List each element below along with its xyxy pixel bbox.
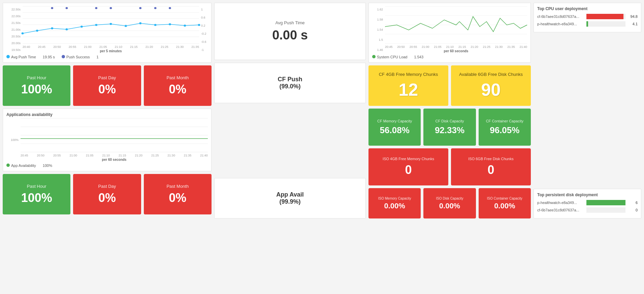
y-right-5: -0.6 [201, 40, 208, 43]
iso-capacity-tiles: ISO Memory Capacity 0.00% ISO Disk Capac… [368, 188, 531, 218]
tile-cf-push-past-hour: Past Hour 100% [3, 65, 70, 106]
x-label: 21:20 [146, 45, 153, 49]
tile-iso-6gb-disk-value: 0 [487, 163, 494, 177]
tile-iso-memory-capacity: ISO Memory Capacity 0.00% [368, 188, 421, 218]
svg-point-8 [36, 30, 38, 32]
top-disk-deployment-title: Top persistent disk deployment [537, 193, 638, 197]
legend-avg-push-value: 19.95 s [43, 55, 55, 59]
avg-push-time-label: Avg Push Time [275, 20, 304, 25]
legend-push-success-label: Push Success [66, 55, 90, 59]
cpu-svg [385, 6, 527, 43]
bar-track-disk-healthwatch [586, 200, 625, 205]
app-avail-tiles-row: Past Hour 100% Past Day 0% Past Month 0% [3, 174, 212, 214]
tile-app-avail-past-day: Past Day 0% [73, 174, 141, 214]
x-label: 21:00 [69, 154, 77, 157]
x-label: 21:15 [130, 45, 138, 49]
y-label-3: 21.50s [6, 21, 21, 25]
tile-iso-container-capacity: ISO Container Capacity 0.00% [479, 188, 531, 218]
avg-push-dot [6, 55, 10, 58]
y-label-6: 20.00s [6, 41, 21, 45]
svg-point-13 [110, 23, 112, 25]
tile-available-6gb-disk-value: 90 [481, 80, 501, 100]
svg-point-24 [139, 7, 141, 9]
svg-point-9 [51, 27, 53, 29]
tile-cf-push-past-day-label: Past Day [98, 75, 116, 80]
cpu-x: 21:05 [434, 45, 442, 49]
push-time-x-label: per 5 minutes [23, 49, 199, 53]
avg-push-time-value: 0.00 s [272, 28, 308, 42]
tile-cf-memory-capacity: CF Memory Capacity 56.08% [368, 109, 421, 146]
tile-cf-disk-capacity: CF Disk Capacity 92.33% [423, 109, 476, 146]
cpu-x: 20:55 [410, 45, 417, 49]
x-label: 21:10 [115, 45, 122, 49]
svg-point-14 [125, 25, 127, 27]
bar-track-healthwatch [586, 21, 625, 27]
svg-point-26 [169, 7, 171, 9]
y-right-4: -0.2 [201, 32, 208, 35]
y-label-7: 19.50s [6, 48, 21, 52]
tile-available-6gb-disk: Available 6GB Free Disk Chunks 90 [451, 65, 531, 106]
app-availability-svg [21, 118, 208, 152]
x-label: 20:50 [37, 154, 44, 157]
y-label-4: 21.00s [6, 28, 21, 31]
app-availability-x-label: per 60 seconds [21, 158, 208, 161]
cpu-legend-label: System CPU Load [377, 55, 407, 59]
tile-app-avail-past-hour-value: 100% [21, 191, 52, 205]
x-label: 21:00 [84, 45, 92, 49]
app-avail-value: 100% [43, 164, 52, 168]
y-right-1: 1 [201, 8, 208, 11]
tile-cf-4gb-memory: CF 4GB Free Memory Chunks 12 [368, 65, 448, 106]
tile-cf-container-capacity-label: CF Container Capacity [486, 119, 523, 123]
tile-cf-memory-capacity-value: 56.08% [380, 125, 410, 136]
cpu-y-1: 1.62 [372, 8, 383, 11]
bar-number-disk-healthwatch: 6 [627, 201, 638, 205]
svg-point-21 [66, 7, 68, 9]
tile-cf-push-past-hour-label: Past Hour [27, 75, 46, 80]
tile-cf-container-capacity-value: 96.05% [490, 125, 519, 136]
push-success-dot [62, 55, 65, 58]
x-label: 21:10 [102, 154, 110, 157]
app-avail-legend: App Availability 100% [6, 164, 208, 168]
top-disk-deployment-card: Top persistent disk deployment p-healthw… [534, 189, 641, 218]
x-label: 21:35 [191, 45, 199, 49]
bar-fill-disk-healthwatch [586, 200, 625, 205]
bar-item-healthwatch: p-healthwatch-e8a349... 4.1 [537, 21, 638, 27]
tile-iso-memory-capacity-value: 0.00% [384, 202, 405, 210]
x-label: 20:45 [21, 154, 28, 157]
legend-push-success-value: 1 [97, 55, 99, 59]
cpu-y-3: 1.54 [372, 28, 383, 31]
y-label-5: 20.50s [6, 35, 21, 38]
bar-number-healthwatch: 4.1 [627, 22, 638, 26]
tile-cf-4gb-memory-value: 12 [399, 80, 418, 100]
tile-cf-push-past-month-label: Past Month [166, 75, 189, 80]
tile-iso-disk-capacity-value: 0.00% [439, 202, 460, 210]
tile-iso-4gb-memory: ISO 4GB Free Memory Chunks 0 [368, 148, 448, 185]
x-label: 21:20 [135, 154, 142, 157]
app-avail-dot [6, 164, 10, 167]
cpu-x: 21:15 [458, 45, 466, 49]
tile-iso-disk-capacity-label: ISO Disk Capacity [436, 197, 463, 200]
cpu-x: 21:25 [483, 45, 491, 49]
x-label: 21:35 [184, 154, 192, 157]
bar-name-disk-cf: cf-6b7aee31c8d07637a... [537, 208, 584, 212]
yellow-tiles-row: CF 4GB Free Memory Chunks 12 Available 6… [368, 65, 531, 106]
y-right-3: 0.2 [201, 24, 208, 27]
cpu-x: 21:20 [471, 45, 478, 49]
bar-track-disk-cf [586, 207, 625, 213]
app-availability-card: Applications availability 100% [3, 109, 212, 171]
bar-name-cf: cf-6b7aee31c8d07637a... [537, 14, 584, 19]
bar-name-healthwatch: p-healthwatch-e8a349... [537, 22, 584, 26]
x-label: 21:15 [119, 154, 126, 157]
tile-app-avail-past-day-value: 0% [98, 191, 116, 205]
tile-app-avail-past-day-label: Past Day [98, 184, 116, 189]
svg-point-16 [154, 24, 157, 26]
x-label: 20:55 [53, 154, 61, 157]
y-label-1: 22.50s [6, 8, 21, 11]
top-cpu-deployment-title: Top CPU user deployment [537, 6, 638, 11]
tile-iso-4gb-memory-value: 0 [405, 163, 412, 177]
svg-point-11 [80, 26, 83, 28]
cpu-legend-value: 1.543 [414, 55, 423, 59]
svg-point-7 [22, 32, 24, 34]
bar-track-cf [586, 14, 625, 19]
x-label: 21:30 [167, 154, 175, 157]
